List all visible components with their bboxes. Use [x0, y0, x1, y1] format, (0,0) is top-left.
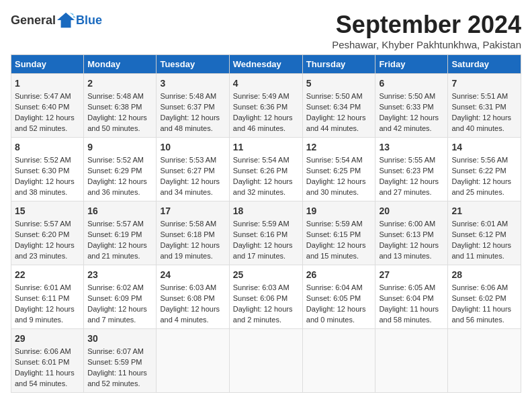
calendar-cell: 27Sunrise: 6:05 AMSunset: 6:04 PMDayligh…	[375, 265, 448, 329]
month-title: September 2024	[332, 11, 521, 39]
calendar-cell: 28Sunrise: 6:06 AMSunset: 6:02 PMDayligh…	[448, 265, 521, 329]
day-info-line: Daylight: 12 hours	[306, 240, 372, 251]
day-number: 25	[233, 268, 299, 281]
col-header-monday: Monday	[84, 55, 157, 74]
day-info-line: Daylight: 12 hours	[379, 240, 444, 251]
calendar-cell: 9Sunrise: 5:52 AMSunset: 6:29 PMDaylight…	[84, 138, 157, 201]
col-header-saturday: Saturday	[448, 55, 521, 74]
col-header-friday: Friday	[375, 55, 448, 74]
day-info-line: Sunrise: 5:58 AM	[160, 219, 225, 230]
day-number: 3	[160, 77, 225, 90]
calendar-cell: 24Sunrise: 6:03 AMSunset: 6:08 PMDayligh…	[157, 265, 229, 329]
day-info-line: Sunset: 6:04 PM	[379, 293, 444, 304]
day-info-line: Sunset: 6:38 PM	[87, 102, 152, 113]
calendar-cell: 11Sunrise: 5:54 AMSunset: 6:26 PMDayligh…	[229, 138, 302, 201]
day-info-line: Sunrise: 5:48 AM	[160, 91, 225, 102]
day-info-line: Daylight: 12 hours	[15, 240, 80, 251]
day-info-line: and 17 minutes.	[233, 251, 299, 262]
week-row-1: 1Sunrise: 5:47 AMSunset: 6:40 PMDaylight…	[11, 74, 521, 138]
day-info-line: Sunset: 6:36 PM	[233, 102, 299, 113]
day-info-line: Daylight: 12 hours	[233, 240, 299, 251]
day-info-line: Daylight: 11 hours	[451, 304, 517, 315]
week-row-4: 22Sunrise: 6:01 AMSunset: 6:11 PMDayligh…	[11, 265, 521, 329]
day-info-line: Sunrise: 6:05 AM	[379, 283, 444, 293]
day-number: 18	[233, 204, 299, 218]
calendar-cell: 5Sunrise: 5:50 AMSunset: 6:34 PMDaylight…	[302, 74, 375, 138]
day-info-line: and 21 minutes.	[87, 251, 152, 262]
day-info-line: Sunrise: 5:55 AM	[379, 155, 444, 166]
day-info-line: and 4 minutes.	[160, 315, 225, 326]
day-number: 11	[233, 140, 299, 154]
day-info-line: Sunset: 6:15 PM	[306, 230, 372, 240]
day-info-line: and 32 minutes.	[233, 187, 299, 198]
location: Peshawar, Khyber Pakhtunkhwa, Pakistan	[332, 39, 521, 50]
calendar-cell: 26Sunrise: 6:04 AMSunset: 6:05 PMDayligh…	[302, 265, 375, 329]
day-info-line: Daylight: 12 hours	[306, 113, 372, 124]
day-info-line: Daylight: 12 hours	[87, 113, 152, 124]
calendar-cell: 21Sunrise: 6:01 AMSunset: 6:12 PMDayligh…	[448, 201, 521, 265]
day-info-line: and 36 minutes.	[87, 187, 152, 198]
day-info-line: Sunrise: 5:51 AM	[451, 91, 517, 102]
day-info-line: Sunrise: 6:07 AM	[87, 347, 152, 357]
calendar-cell: 10Sunrise: 5:53 AMSunset: 6:27 PMDayligh…	[157, 138, 229, 201]
day-info-line: Sunrise: 5:50 AM	[379, 91, 444, 102]
calendar-cell: 12Sunrise: 5:54 AMSunset: 6:25 PMDayligh…	[302, 138, 375, 201]
calendar-cell	[302, 329, 375, 393]
day-info-line: and 56 minutes.	[451, 315, 517, 326]
calendar-cell	[448, 329, 521, 393]
calendar-cell: 23Sunrise: 6:02 AMSunset: 6:09 PMDayligh…	[84, 265, 157, 329]
day-info-line: Sunrise: 5:53 AM	[160, 155, 225, 166]
day-info-line: Sunset: 6:34 PM	[306, 102, 372, 113]
day-info-line: Sunrise: 5:59 AM	[306, 219, 372, 230]
day-info-line: Daylight: 12 hours	[306, 304, 372, 315]
calendar-cell	[157, 329, 229, 393]
day-info-line: Daylight: 12 hours	[233, 113, 299, 124]
day-info-line: Sunrise: 5:57 AM	[15, 219, 80, 230]
day-info-line: and 11 minutes.	[451, 251, 517, 262]
calendar-cell: 15Sunrise: 5:57 AMSunset: 6:20 PMDayligh…	[11, 201, 84, 265]
column-headers-row: SundayMondayTuesdayWednesdayThursdayFrid…	[11, 55, 521, 74]
day-info-line: Sunrise: 6:06 AM	[15, 347, 80, 357]
day-info-line: and 25 minutes.	[451, 187, 517, 198]
day-info-line: Sunset: 6:12 PM	[451, 230, 517, 240]
calendar-cell: 16Sunrise: 5:57 AMSunset: 6:19 PMDayligh…	[84, 201, 157, 265]
day-info-line: and 0 minutes.	[306, 315, 372, 326]
day-info-line: Sunrise: 5:57 AM	[87, 219, 152, 230]
day-info-line: Sunset: 6:27 PM	[160, 166, 225, 177]
day-info-line: Sunset: 6:11 PM	[15, 293, 80, 304]
week-row-2: 8Sunrise: 5:52 AMSunset: 6:30 PMDaylight…	[11, 138, 521, 201]
day-info-line: Sunrise: 6:02 AM	[87, 283, 152, 293]
day-info-line: and 40 minutes.	[451, 124, 517, 134]
calendar-body: 1Sunrise: 5:47 AMSunset: 6:40 PMDaylight…	[11, 74, 521, 393]
day-info-line: Sunset: 6:31 PM	[451, 102, 517, 113]
day-number: 17	[160, 204, 225, 218]
calendar-cell: 3Sunrise: 5:48 AMSunset: 6:37 PMDaylight…	[157, 74, 229, 138]
week-row-3: 15Sunrise: 5:57 AMSunset: 6:20 PMDayligh…	[11, 201, 521, 265]
day-info-line: Daylight: 12 hours	[451, 177, 517, 187]
day-info-line: Daylight: 12 hours	[87, 240, 152, 251]
day-number: 12	[306, 140, 372, 154]
day-info-line: Daylight: 12 hours	[87, 177, 152, 187]
calendar-cell	[375, 329, 448, 393]
calendar-cell: 25Sunrise: 6:03 AMSunset: 6:06 PMDayligh…	[229, 265, 302, 329]
calendar-cell: 4Sunrise: 5:49 AMSunset: 6:36 PMDaylight…	[229, 74, 302, 138]
day-info-line: Daylight: 12 hours	[15, 177, 80, 187]
day-info-line: Sunset: 6:37 PM	[160, 102, 225, 113]
day-info-line: Daylight: 12 hours	[451, 113, 517, 124]
day-info-line: and 15 minutes.	[306, 251, 372, 262]
day-info-line: and 13 minutes.	[379, 251, 444, 262]
logo: General Blue	[11, 11, 102, 30]
day-info-line: and 48 minutes.	[160, 124, 225, 134]
day-info-line: Sunrise: 6:00 AM	[379, 219, 444, 230]
day-number: 6	[379, 77, 444, 90]
day-info-line: Sunset: 6:01 PM	[15, 357, 80, 368]
day-info-line: Sunrise: 6:01 AM	[451, 219, 517, 230]
day-info-line: Daylight: 11 hours	[379, 304, 444, 315]
day-info-line: Sunset: 6:20 PM	[15, 230, 80, 240]
day-info-line: Daylight: 12 hours	[379, 113, 444, 124]
calendar-cell: 29Sunrise: 6:06 AMSunset: 6:01 PMDayligh…	[11, 329, 84, 393]
day-info-line: Sunset: 6:13 PM	[379, 230, 444, 240]
day-info-line: Daylight: 12 hours	[160, 177, 225, 187]
day-info-line: Sunrise: 5:50 AM	[306, 91, 372, 102]
calendar-table: SundayMondayTuesdayWednesdayThursdayFrid…	[11, 54, 521, 393]
